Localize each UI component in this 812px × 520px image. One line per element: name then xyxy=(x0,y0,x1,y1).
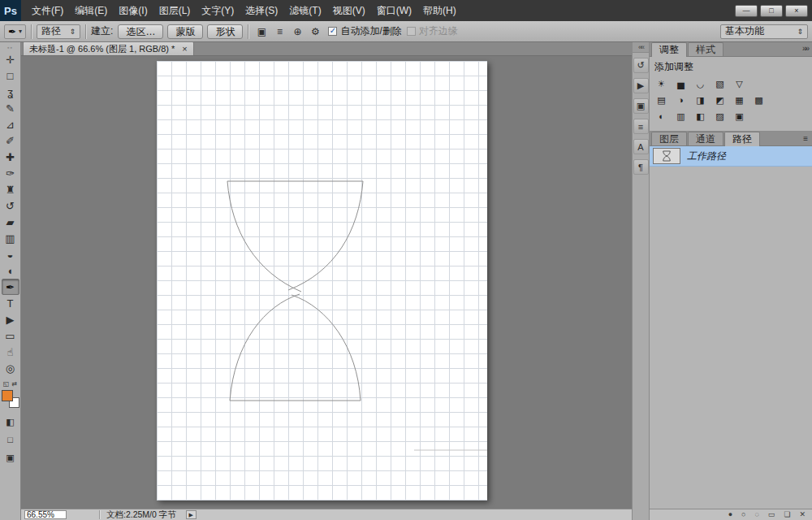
brush-tool[interactable]: ✑ xyxy=(2,165,19,181)
curves-icon[interactable]: ◡ xyxy=(693,78,707,89)
path-arrange-icon[interactable]: ⊕ xyxy=(289,24,305,39)
adjustments-panel: 添加调整 ☀▅◡▧▽▤◑◨◩▦▩◐▥◧▨▣ xyxy=(650,57,812,132)
menu-type[interactable]: 文字(Y) xyxy=(196,0,240,21)
add-mask-icon[interactable]: ▭ xyxy=(768,511,775,518)
panel-menu-icon[interactable]: ≡ xyxy=(803,134,808,143)
tool-preset-button[interactable]: ✒ ▾ xyxy=(4,24,26,39)
menu-select[interactable]: 选择(S) xyxy=(240,0,283,21)
threshold-icon[interactable]: ◧ xyxy=(693,110,707,122)
blur-tool[interactable]: ◒ xyxy=(2,246,19,262)
marquee-tool[interactable]: □ xyxy=(2,67,19,84)
default-colors-icon[interactable]: ◱ xyxy=(3,380,10,388)
path-operations-icon[interactable]: ▣ xyxy=(253,24,270,39)
zoom-level-field[interactable]: 66.55% xyxy=(24,510,67,519)
history-panel-icon[interactable]: ↺ xyxy=(633,58,649,73)
expand-dock-button[interactable]: «« xyxy=(633,42,649,53)
gear-icon[interactable]: ⚙ xyxy=(307,24,323,39)
menu-filter[interactable]: 滤镜(T) xyxy=(283,0,326,21)
photo-filter-icon[interactable]: ◩ xyxy=(713,94,727,106)
menu-file[interactable]: 文件(F) xyxy=(26,0,69,21)
new-path-icon[interactable]: ❏ xyxy=(784,511,790,518)
levels-icon[interactable]: ▅ xyxy=(674,78,688,89)
pen-tool[interactable]: ✒ xyxy=(2,279,19,295)
posterize-icon[interactable]: ▥ xyxy=(674,110,688,122)
color-balance-icon[interactable]: ◑ xyxy=(674,94,688,106)
separator xyxy=(248,24,248,39)
type-tool[interactable]: T xyxy=(2,295,19,311)
path-alignment-icon[interactable]: ≡ xyxy=(271,24,287,39)
foreground-color-swatch[interactable] xyxy=(2,390,13,401)
info-panel-icon[interactable]: ≡ xyxy=(633,119,649,134)
actions-panel-icon[interactable]: ▶ xyxy=(633,78,649,93)
document-window: 未标题-1 @ 66.6% (图层 1, RGB/8) * × xyxy=(21,42,632,520)
swap-colors-icon[interactable]: ⇄ xyxy=(11,380,17,388)
paths-panel: 工作路径 xyxy=(650,146,812,509)
exposure-icon[interactable]: ▧ xyxy=(713,78,727,89)
tab-adjustments[interactable]: 调整 xyxy=(651,42,687,57)
load-selection-icon[interactable]: ◌ xyxy=(755,511,759,518)
tab-styles[interactable]: 样式 xyxy=(688,42,723,56)
mask-button[interactable]: 蒙版 xyxy=(167,24,203,39)
menu-view[interactable]: 视图(V) xyxy=(327,0,371,21)
collapse-dock-button[interactable]: »» xyxy=(802,44,808,53)
eraser-tool[interactable]: ▰ xyxy=(2,214,19,230)
clone-stamp-tool[interactable]: ♜ xyxy=(2,181,19,197)
stroke-path-icon[interactable]: ○ xyxy=(741,511,745,518)
lasso-tool[interactable]: ʓ xyxy=(2,84,19,100)
minimize-button[interactable]: — xyxy=(735,5,758,17)
paragraph-panel-icon[interactable]: ¶ xyxy=(633,159,649,175)
invert-icon[interactable]: ◐ xyxy=(654,110,668,122)
menu-image[interactable]: 图像(I) xyxy=(113,0,153,21)
menu-edit[interactable]: 编辑(E) xyxy=(69,0,113,21)
gradient-map-icon[interactable]: ▨ xyxy=(713,110,727,122)
titlebar: Ps 文件(F)编辑(E)图像(I)图层(L)文字(Y)选择(S)滤镜(T)视图… xyxy=(0,0,812,21)
healing-brush-tool[interactable]: ✚ xyxy=(2,149,19,165)
zoom-tool[interactable]: ◎ xyxy=(2,360,19,376)
toolbar-grip[interactable]: ▪▪ xyxy=(7,44,13,51)
menu-help[interactable]: 帮助(H) xyxy=(417,0,462,21)
history-brush-tool[interactable]: ↺ xyxy=(2,197,19,214)
selective-color-icon[interactable]: ▣ xyxy=(732,110,746,122)
document-canvas[interactable] xyxy=(157,61,487,500)
brightness-contrast-icon[interactable]: ☀ xyxy=(654,78,668,89)
color-lookup-icon[interactable]: ▩ xyxy=(752,94,766,106)
menu-layer[interactable]: 图层(L) xyxy=(153,0,197,21)
gradient-tool[interactable]: ▥ xyxy=(2,230,19,246)
move-tool[interactable]: ✛ xyxy=(2,51,19,67)
crop-tool[interactable]: ⊿ xyxy=(2,116,19,132)
quick-selection-tool[interactable]: ✎ xyxy=(2,100,19,116)
shape-button[interactable]: 形状 xyxy=(207,24,243,39)
dodge-tool[interactable]: ◖ xyxy=(2,262,19,279)
document-tab[interactable]: 未标题-1 @ 66.6% (图层 1, RGB/8) * × xyxy=(23,41,194,55)
workspace-select[interactable]: 基本功能 ⇕ xyxy=(720,24,808,39)
screen-mode-icon[interactable]: □ xyxy=(2,433,19,446)
close-button[interactable]: × xyxy=(785,5,808,17)
tab-channels[interactable]: 通道 xyxy=(688,132,723,145)
hue-saturation-icon[interactable]: ▤ xyxy=(654,94,668,106)
align-edges-checkbox[interactable] xyxy=(407,27,416,36)
vibrance-icon[interactable]: ▽ xyxy=(732,78,746,89)
status-menu-button[interactable]: ▶ xyxy=(186,510,197,519)
menu-window[interactable]: 窗口(W) xyxy=(371,0,417,21)
auto-add-checkbox[interactable]: ✓ xyxy=(328,27,337,36)
selection-button[interactable]: 选区… xyxy=(118,24,163,39)
close-tab-icon[interactable]: × xyxy=(182,45,187,54)
tab-paths[interactable]: 路径 xyxy=(724,132,760,146)
quick-mask-mode-icon[interactable]: ◧ xyxy=(2,415,19,428)
eyedropper-tool[interactable]: ✐ xyxy=(2,132,19,149)
clone-source-panel-icon[interactable]: ▣ xyxy=(633,98,649,114)
path-item-work-path[interactable]: 工作路径 xyxy=(650,146,812,167)
tool-mode-select[interactable]: 路径 ⇕ xyxy=(37,24,80,39)
delete-path-icon[interactable]: ✕ xyxy=(799,511,806,518)
full-screen-mode-icon[interactable]: ▣ xyxy=(2,451,19,464)
tab-layers[interactable]: 图层 xyxy=(651,132,687,145)
character-panel-icon[interactable]: A xyxy=(633,139,649,154)
hand-tool[interactable]: ☝ xyxy=(2,344,19,360)
channel-mixer-icon[interactable]: ▦ xyxy=(732,94,746,106)
fill-path-icon[interactable]: ● xyxy=(728,511,732,518)
rectangle-tool[interactable]: ▭ xyxy=(2,327,19,344)
path-selection-tool[interactable]: ▶ xyxy=(2,311,19,327)
black-white-icon[interactable]: ◨ xyxy=(693,94,707,106)
canvas-area[interactable] xyxy=(21,56,632,509)
maximize-button[interactable]: □ xyxy=(760,5,783,17)
